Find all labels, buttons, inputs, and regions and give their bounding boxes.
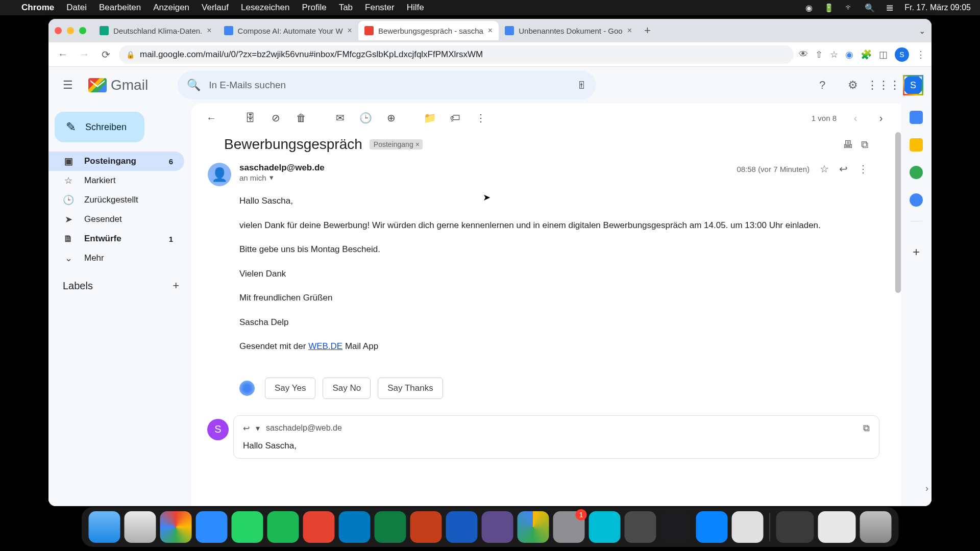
nav-inbox[interactable]: ▣ Posteingang 6 xyxy=(48,152,184,171)
browser-tab[interactable]: Unbenanntes Dokument - Goo × xyxy=(499,21,638,40)
tasks-addon-icon[interactable] xyxy=(910,166,923,179)
spam-icon[interactable]: ⊘ xyxy=(265,107,286,129)
dock-imovie[interactable] xyxy=(482,511,513,543)
delete-icon[interactable]: 🗑 xyxy=(290,107,312,129)
gmail-logo[interactable]: Gmail xyxy=(88,77,148,93)
chevron-down-icon[interactable]: ▾ xyxy=(270,173,274,182)
nav-drafts[interactable]: 🗎 Entwürfe 1 xyxy=(48,229,184,248)
clock[interactable]: Fr. 17. März 09:05 xyxy=(904,3,971,12)
side-panel-expand-icon[interactable]: › xyxy=(925,483,928,494)
reply-compose-box[interactable]: S ↩ ▾ saschadelp@web.de ⧉ Hallo Sascha, xyxy=(233,415,879,459)
smart-reply-no[interactable]: Say No xyxy=(323,378,371,399)
back-arrow-icon[interactable]: ← xyxy=(201,107,222,129)
search-input[interactable] xyxy=(209,80,569,91)
scrollbar[interactable] xyxy=(895,132,901,293)
keep-addon-icon[interactable] xyxy=(910,138,923,152)
dock-trash[interactable] xyxy=(860,511,892,543)
sender-email[interactable]: saschadelp@web.de xyxy=(239,163,728,173)
reply-dropdown-icon[interactable]: ▾ xyxy=(256,423,260,433)
next-icon[interactable]: › xyxy=(870,107,892,129)
tab-list-chevron-icon[interactable]: ⌄ xyxy=(919,26,925,36)
dock-appstore[interactable] xyxy=(696,511,728,543)
tab-close-icon[interactable]: × xyxy=(488,26,493,35)
dock-word[interactable] xyxy=(446,511,478,543)
dock-finder[interactable] xyxy=(89,511,120,543)
back-button[interactable]: ← xyxy=(55,46,71,63)
control-center-icon[interactable]: 𝌆 xyxy=(886,3,893,13)
search-options-icon[interactable]: 🎚 xyxy=(577,80,587,91)
chrome-menu-icon[interactable]: ⋮ xyxy=(916,49,925,60)
recipient-line[interactable]: an mich ▾ xyxy=(239,173,728,182)
smart-reply-yes[interactable]: Say Yes xyxy=(265,378,315,399)
dock-drive[interactable] xyxy=(518,511,549,543)
dock-app-teal[interactable] xyxy=(589,511,621,543)
dock-chrome[interactable] xyxy=(160,511,192,543)
support-icon[interactable]: ? xyxy=(811,74,834,96)
inbox-chip[interactable]: Posteingang× xyxy=(370,139,423,149)
compose-button[interactable]: ✎ Schreiben xyxy=(55,112,144,142)
dock-app-white[interactable] xyxy=(732,511,764,543)
url-field[interactable]: 🔒 mail.google.com/mail/u/0/?zx=bz2wjik56… xyxy=(119,45,794,64)
sidepanel-icon[interactable]: ◫ xyxy=(879,49,888,60)
compose-ai-icon[interactable] xyxy=(239,381,255,396)
reply-icon[interactable]: ↩ xyxy=(839,163,848,175)
more-icon[interactable]: ⋮ xyxy=(858,163,868,175)
sender-avatar[interactable]: 👤 xyxy=(208,163,231,186)
reply-to[interactable]: saschadelp@web.de xyxy=(266,423,342,433)
forward-button[interactable]: → xyxy=(76,46,92,63)
print-icon[interactable]: 🖶 xyxy=(843,139,853,151)
calendar-addon-icon[interactable] xyxy=(910,111,923,124)
search-icon[interactable]: 🔍 xyxy=(865,3,875,13)
dock-safari[interactable] xyxy=(125,511,156,543)
search-icon[interactable]: 🔍 xyxy=(187,79,201,92)
more-icon[interactable]: ⋮ xyxy=(470,107,492,129)
dock-todoist[interactable] xyxy=(303,511,335,543)
menu-file[interactable]: Datei xyxy=(66,3,87,13)
browser-tab[interactable]: Compose AI: Automate Your W × xyxy=(218,21,358,40)
prev-icon[interactable]: ‹ xyxy=(845,107,866,129)
eye-icon[interactable]: 👁 xyxy=(799,49,808,60)
dock-audio[interactable] xyxy=(660,511,692,543)
nav-more[interactable]: ⌄ Mehr xyxy=(48,248,184,268)
menu-history[interactable]: Verlauf xyxy=(202,3,229,13)
tab-close-icon[interactable]: × xyxy=(207,26,211,35)
reply-arrow-icon[interactable]: ↩ xyxy=(243,423,250,433)
active-app-name[interactable]: Chrome xyxy=(21,3,54,13)
contacts-addon-icon[interactable] xyxy=(910,193,923,207)
dock-min-window[interactable] xyxy=(818,511,856,543)
record-icon[interactable]: ◉ xyxy=(805,3,813,13)
browser-tab-active[interactable]: Bewerbungsgespräch - sascha × xyxy=(358,21,499,40)
tab-close-icon[interactable]: × xyxy=(627,26,632,35)
dock-whatsapp[interactable] xyxy=(232,511,263,543)
battery-icon[interactable]: 🔋 xyxy=(824,3,834,13)
tab-close-icon[interactable]: × xyxy=(348,26,352,35)
window-maximize[interactable] xyxy=(79,27,86,34)
dock-min-window[interactable] xyxy=(776,511,814,543)
menu-profiles[interactable]: Profile xyxy=(302,3,326,13)
menu-bookmarks[interactable]: Lesezeichen xyxy=(241,3,289,13)
move-icon[interactable]: 📁 xyxy=(419,107,440,129)
menu-window[interactable]: Fenster xyxy=(365,3,395,13)
smart-reply-thanks[interactable]: Say Thanks xyxy=(378,378,443,399)
wifi-icon[interactable]: ᯤ xyxy=(845,3,853,12)
nav-starred[interactable]: ☆ Markiert xyxy=(48,171,184,190)
webde-link[interactable]: WEB.DE xyxy=(308,341,342,351)
bookmark-star-icon[interactable]: ☆ xyxy=(830,49,838,60)
dock-settings[interactable]: 1 xyxy=(553,511,585,543)
add-label-icon[interactable]: + xyxy=(173,279,179,292)
menu-edit[interactable]: Bearbeiten xyxy=(99,3,141,13)
mark-unread-icon[interactable]: ✉ xyxy=(329,107,351,129)
nav-sent[interactable]: ➤ Gesendet xyxy=(48,210,184,229)
dock-trello[interactable] xyxy=(339,511,371,543)
dock-quicktime[interactable] xyxy=(625,511,656,543)
account-avatar[interactable]: S xyxy=(903,75,923,95)
share-icon[interactable]: ⇧ xyxy=(815,49,823,60)
reply-draft-text[interactable]: Hallo Sascha, xyxy=(243,434,870,451)
nav-snoozed[interactable]: 🕒 Zurückgestellt xyxy=(48,190,184,210)
window-close[interactable] xyxy=(55,27,62,34)
new-tab-button[interactable]: + xyxy=(638,24,657,37)
menu-help[interactable]: Hilfe xyxy=(407,3,424,13)
open-window-icon[interactable]: ⧉ xyxy=(861,139,868,151)
apps-grid-icon[interactable]: ⋮⋮⋮ xyxy=(872,74,895,96)
label-icon[interactable]: 🏷 xyxy=(445,107,466,129)
